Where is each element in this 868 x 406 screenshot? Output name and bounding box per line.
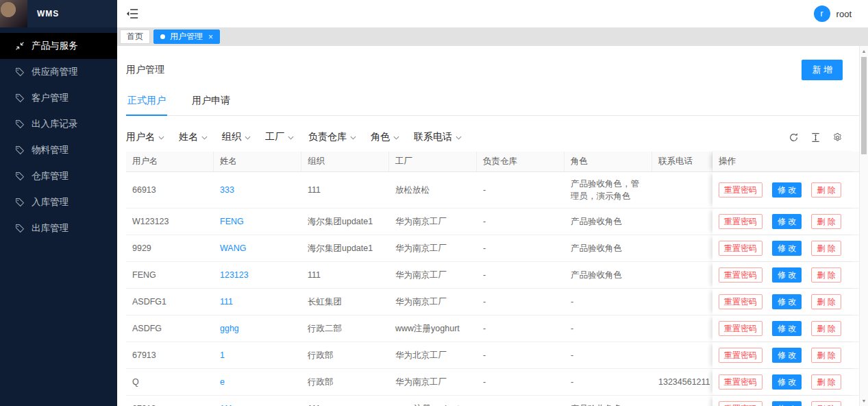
delete-button[interactable]: 删 除 bbox=[811, 294, 841, 309]
cell-warehouse: - bbox=[477, 369, 565, 395]
reset-password-button[interactable]: 重置密码 bbox=[719, 401, 762, 406]
table-header-row: 用户名姓名组织工厂负责仓库角色联系电话操作 bbox=[126, 152, 859, 172]
close-icon[interactable]: × bbox=[208, 33, 213, 41]
tag-icon bbox=[15, 67, 25, 77]
edit-button[interactable]: 修 改 bbox=[772, 294, 802, 309]
cell-phone bbox=[652, 172, 712, 208]
sidebar-item-4[interactable]: 物料管理 bbox=[0, 137, 117, 163]
column-header-6: 联系电话 bbox=[652, 152, 712, 171]
cell-name[interactable]: 111 bbox=[214, 289, 301, 315]
edit-button[interactable]: 修 改 bbox=[772, 401, 802, 406]
cell-name[interactable]: WANG bbox=[214, 235, 301, 261]
cell-phone bbox=[652, 342, 712, 368]
sidebar-item-5[interactable]: 仓库管理 bbox=[0, 163, 117, 189]
cell-factory: 华为南京工厂 bbox=[389, 262, 477, 288]
cell-name[interactable]: FENG bbox=[214, 208, 301, 235]
cell-username: ASDFG1 bbox=[126, 289, 214, 315]
reset-password-button[interactable]: 重置密码 bbox=[719, 321, 762, 336]
reset-password-button[interactable]: 重置密码 bbox=[719, 241, 762, 256]
filter-dropdown-3[interactable]: 工厂 bbox=[265, 131, 294, 143]
sidebar-item-2[interactable]: 客户管理 bbox=[0, 85, 117, 111]
filter-dropdown-5[interactable]: 角色 bbox=[371, 131, 399, 143]
cell-actions: 重置密码修 改删 除 bbox=[712, 396, 859, 406]
page-tab-1[interactable]: 用户申请 bbox=[190, 88, 232, 116]
nav-tab-0[interactable]: 首页 bbox=[120, 29, 150, 44]
cell-phone bbox=[652, 235, 712, 261]
cell-actions: 重置密码修 改删 除 bbox=[712, 235, 859, 261]
sidebar-item-label: 供应商管理 bbox=[32, 66, 78, 78]
cell-role: 产品验收角色 bbox=[565, 262, 652, 288]
column-height-icon[interactable] bbox=[810, 132, 821, 143]
scroll-down-arrow[interactable]: ▼ bbox=[860, 398, 868, 403]
tag-icon bbox=[15, 198, 25, 207]
filter-dropdown-6[interactable]: 联系电话 bbox=[414, 131, 462, 143]
reset-password-button[interactable]: 重置密码 bbox=[719, 267, 762, 283]
cell-name[interactable]: gghg bbox=[214, 315, 301, 342]
sidebar-item-6[interactable]: 入库管理 bbox=[0, 189, 117, 215]
top-header: r root bbox=[117, 0, 868, 27]
tag-icon bbox=[15, 224, 25, 233]
page-tab-0[interactable]: 正式用户 bbox=[126, 88, 167, 116]
edit-button[interactable]: 修 改 bbox=[772, 348, 802, 363]
reset-password-button[interactable]: 重置密码 bbox=[719, 294, 762, 309]
sidebar-item-label: 产品与服务 bbox=[32, 40, 78, 52]
sidebar-item-3[interactable]: 出入库记录 bbox=[0, 111, 117, 137]
filter-dropdown-0[interactable]: 用户名 bbox=[126, 131, 164, 143]
reset-password-button[interactable]: 重置密码 bbox=[719, 182, 762, 198]
cell-warehouse: - bbox=[477, 289, 565, 315]
menu-fold-icon[interactable] bbox=[126, 9, 138, 19]
edit-button[interactable]: 修 改 bbox=[772, 182, 802, 198]
delete-button[interactable]: 删 除 bbox=[811, 182, 841, 198]
delete-button[interactable]: 删 除 bbox=[811, 267, 841, 283]
filter-dropdown-4[interactable]: 负责仓库 bbox=[308, 131, 356, 143]
delete-button[interactable]: 删 除 bbox=[811, 401, 841, 406]
cell-role: - bbox=[565, 369, 652, 395]
sidebar-menu: 产品与服务供应商管理客户管理出入库记录物料管理仓库管理入库管理出库管理 bbox=[0, 33, 117, 241]
filter-dropdown-1[interactable]: 姓名 bbox=[179, 131, 208, 143]
cell-name[interactable]: 123123 bbox=[214, 262, 301, 288]
cell-name[interactable]: 333 bbox=[214, 172, 301, 208]
reset-password-button[interactable]: 重置密码 bbox=[719, 374, 762, 390]
chevron-down-icon bbox=[201, 136, 208, 140]
cell-actions: 重置密码修 改删 除 bbox=[712, 208, 859, 235]
nav-tab-1[interactable]: 用户管理× bbox=[153, 29, 220, 44]
table-row: 679131行政部华为北京工厂--重置密码修 改删 除 bbox=[126, 342, 859, 369]
delete-button[interactable]: 删 除 bbox=[811, 348, 841, 363]
user-name: root bbox=[836, 9, 852, 19]
cell-phone bbox=[652, 396, 712, 406]
add-button[interactable]: 新 增 bbox=[802, 60, 843, 80]
sidebar-item-0[interactable]: 产品与服务 bbox=[0, 33, 117, 59]
sidebar-item-1[interactable]: 供应商管理 bbox=[0, 59, 117, 85]
edit-button[interactable]: 修 改 bbox=[772, 374, 802, 390]
delete-button[interactable]: 删 除 bbox=[811, 241, 841, 256]
filter-label: 联系电话 bbox=[414, 131, 452, 143]
scroll-thumb[interactable] bbox=[861, 57, 867, 154]
delete-button[interactable]: 删 除 bbox=[811, 321, 841, 336]
cell-warehouse: - bbox=[477, 396, 565, 406]
sidebar-item-7[interactable]: 出库管理 bbox=[0, 215, 117, 241]
reset-password-button[interactable]: 重置密码 bbox=[719, 214, 762, 229]
gear-icon[interactable] bbox=[832, 132, 843, 143]
sidebar-item-label: 出库管理 bbox=[32, 222, 69, 235]
user-menu[interactable]: r root bbox=[814, 5, 852, 22]
delete-button[interactable]: 删 除 bbox=[811, 374, 841, 390]
sidebar-item-label: 物料管理 bbox=[32, 144, 69, 156]
edit-button[interactable]: 修 改 bbox=[772, 321, 802, 336]
cell-actions: 重置密码修 改删 除 bbox=[712, 262, 859, 288]
tag-icon bbox=[15, 93, 25, 103]
logo-text: WMS bbox=[37, 9, 59, 19]
edit-button[interactable]: 修 改 bbox=[772, 214, 802, 229]
cell-name[interactable]: 1 bbox=[214, 342, 301, 368]
reset-password-button[interactable]: 重置密码 bbox=[719, 348, 762, 363]
refresh-icon[interactable] bbox=[789, 132, 799, 143]
filter-dropdown-2[interactable]: 组织 bbox=[222, 131, 251, 143]
delete-button[interactable]: 删 除 bbox=[811, 214, 841, 229]
cell-name[interactable]: e bbox=[214, 369, 301, 395]
edit-button[interactable]: 修 改 bbox=[772, 241, 802, 256]
cell-name[interactable]: 111 bbox=[214, 396, 301, 406]
cell-factory: 放松放松 bbox=[389, 172, 477, 208]
edit-button[interactable]: 修 改 bbox=[772, 267, 802, 283]
scrollbar[interactable]: ▲ ▼ bbox=[859, 46, 868, 406]
scroll-up-arrow[interactable]: ▲ bbox=[860, 49, 868, 53]
tag-icon bbox=[15, 145, 25, 155]
